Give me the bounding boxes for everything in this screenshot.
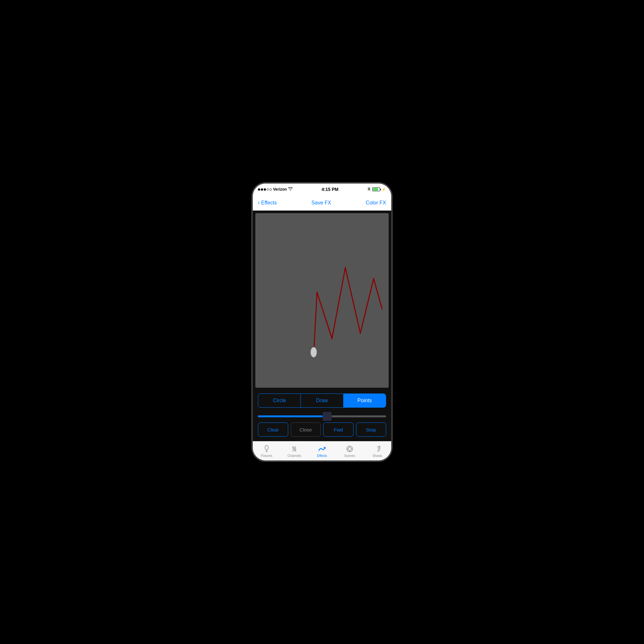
canvas-inner[interactable] [255,213,389,388]
slider-container[interactable] [258,413,386,422]
svg-point-1 [265,445,268,450]
effects-label: Effects [317,454,327,458]
signal-dot-4 [267,188,269,191]
nav-bar: ‹ Effects Save FX Color FX [253,195,391,211]
signal-dot-2 [261,188,263,191]
tab-effects[interactable]: Effects [308,445,336,458]
tab-channels[interactable]: Channels [280,445,308,458]
carrier-label: Verizon [273,187,287,192]
signal-dot-3 [264,188,266,191]
mode-buttons: Circle Draw Points [258,393,386,408]
tab-fixtures[interactable]: Fixtures [253,445,280,458]
slider-track [258,415,386,417]
charging-icon: ⚡ [382,187,386,192]
color-fx-button[interactable]: Color FX [366,200,386,206]
signal-dot-1 [258,188,260,191]
wifi-icon [288,187,293,192]
battery-body [372,187,380,191]
fixtures-icon [262,445,271,453]
scenes-label: Scenes [344,454,355,458]
action-buttons: Clear Close Fwd Stop [258,422,386,437]
scenes-icon [346,445,354,453]
back-arrow-icon: ‹ [258,199,260,206]
clear-button[interactable]: Clear [258,422,288,437]
stop-button[interactable]: Stop [356,422,386,437]
tab-shows[interactable]: Shows [364,445,391,458]
status-right: ⚡ [367,187,386,192]
status-time: 4:15 PM [321,187,338,192]
battery-fill [373,188,378,191]
tab-scenes[interactable]: Scenes [336,445,364,458]
shows-label: Shows [373,454,382,458]
svg-point-10 [348,447,351,450]
battery-indicator [372,187,380,191]
controls-area: Circle Draw Points Clear Close [253,390,391,441]
tab-bar: Fixtures Channels [253,441,391,460]
circle-tab[interactable]: Circle [258,394,301,407]
slider-fill [258,415,328,417]
svg-point-0 [311,347,317,357]
back-button[interactable]: ‹ Effects [258,199,277,206]
nav-title: Save FX [311,200,331,206]
shows-icon [373,445,382,453]
signal-dots [258,188,272,191]
draw-tab[interactable]: Draw [301,394,343,407]
slider-thumb[interactable] [323,412,332,421]
channels-icon [290,445,298,453]
fixtures-label: Fixtures [261,454,272,458]
status-left: Verizon [258,187,293,192]
phone-frame: Verizon 4:15 PM ⚡ [253,184,391,460]
effects-icon [318,445,326,453]
channels-label: Channels [288,454,301,458]
points-tab[interactable]: Points [344,394,386,407]
close-button[interactable]: Close [291,422,321,437]
bluetooth-icon [367,187,371,192]
canvas-area[interactable] [253,211,391,390]
back-label: Effects [261,200,277,206]
drawing-canvas[interactable] [255,213,389,388]
signal-dot-5 [270,188,272,191]
fwd-button[interactable]: Fwd [323,422,354,437]
status-bar: Verizon 4:15 PM ⚡ [253,184,391,195]
